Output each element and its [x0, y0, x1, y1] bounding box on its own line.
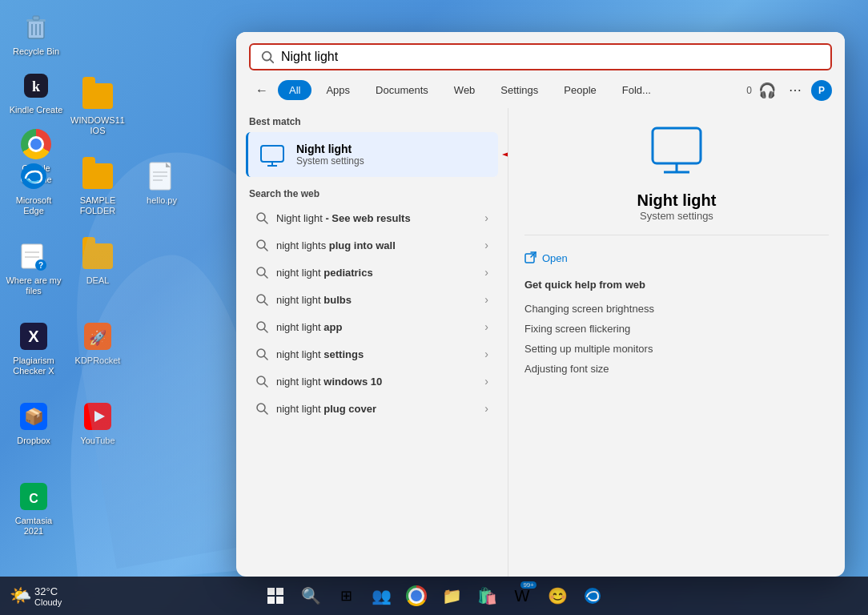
svg-rect-58 [276, 588, 283, 595]
svg-rect-21 [84, 323, 111, 350]
taskbar-edge-icon [583, 586, 602, 605]
desktop-icon-plagiarism[interactable]: X Plagiarism Checker X [2, 317, 66, 380]
taskbar-store-button[interactable]: 🛍️ [471, 580, 503, 612]
desktop-icon-kdprocket[interactable]: 🚀 KDPRocket [66, 317, 130, 369]
tab-settings[interactable]: Settings [489, 80, 549, 100]
taskbar-files-button[interactable]: 📁 [436, 580, 468, 612]
chrome-icon [20, 128, 52, 160]
best-match-title: Night light [296, 143, 488, 155]
svg-rect-59 [267, 597, 275, 604]
desktop-icon-deal[interactable]: DEAL [66, 237, 130, 289]
web-search-icon-1 [255, 239, 268, 251]
svg-rect-25 [84, 403, 111, 430]
best-match-item[interactable]: Night light System settings [246, 132, 498, 177]
tab-folders[interactable]: Fold... [611, 80, 662, 100]
desktop-icon-dropbox[interactable]: 📦 Dropbox [2, 397, 66, 449]
camtasia-label: Camtasia 2021 [5, 516, 62, 537]
edge-label: Microsoft Edge [5, 195, 62, 216]
web-result-text-3: night light bulbs [276, 294, 476, 306]
filter-back-button[interactable]: ← [249, 79, 275, 102]
help-link-1[interactable]: Fixing screen flickering [524, 319, 829, 339]
weather-temp: 32°C [34, 585, 62, 597]
desktop-icon-windows11-ios[interactable]: WINDOWS11 IOS [66, 77, 130, 139]
desktop: Recycle Bin k Kindle Create Google Chrom… [0, 0, 868, 615]
svg-rect-2 [33, 16, 39, 20]
right-panel: Night light System settings Open Get qui… [508, 108, 845, 577]
svg-line-41 [264, 275, 267, 278]
taskbar-search-button[interactable]: 🔍 [295, 580, 327, 612]
tab-all[interactable]: All [278, 80, 311, 100]
web-search-icon-7 [255, 402, 268, 415]
camtasia-icon: C [18, 480, 50, 512]
desktop-icon-edge[interactable]: Microsoft Edge [2, 157, 66, 219]
open-button[interactable]: Open [524, 247, 829, 269]
weather-info: 32°C Cloudy [34, 585, 62, 607]
tab-people[interactable]: People [553, 80, 607, 100]
desktop-icon-where-files[interactable]: ? Where are my files [2, 237, 66, 299]
edge-icon [18, 160, 50, 192]
kindle-create-label: Kindle Create [10, 105, 63, 115]
desktop-icon-kindle-create[interactable]: k Kindle Create [4, 66, 68, 119]
web-result-5[interactable]: night light settings › [246, 340, 498, 368]
web-result-3[interactable]: night light bulbs › [246, 286, 498, 313]
svg-line-51 [264, 411, 267, 414]
taskbar-taskview-button[interactable]: ⊞ [330, 580, 362, 612]
web-result-chevron-5: › [484, 348, 488, 360]
web-result-2[interactable]: night light pediatrics › [246, 259, 498, 286]
right-panel-subtitle: System settings [640, 210, 713, 222]
desktop-icon-youtube[interactable]: YouTube [66, 397, 130, 449]
help-link-0[interactable]: Changing screen brightness [524, 299, 829, 319]
hello-py-label: hello.py [147, 195, 177, 206]
more-options-button[interactable]: ⋯ [782, 78, 808, 102]
svg-text:C: C [29, 492, 38, 505]
svg-rect-9 [150, 163, 171, 190]
taskbar-windows-button[interactable] [259, 580, 291, 612]
web-result-0[interactable]: Night light - See web results › [246, 204, 498, 231]
web-result-7[interactable]: night light plug cover › [246, 395, 498, 422]
taskbar-chrome-button[interactable] [400, 580, 432, 612]
taskbar-word-icon: W [515, 587, 530, 605]
user-avatar[interactable]: P [811, 80, 832, 101]
svg-marker-26 [94, 411, 105, 422]
web-result-1[interactable]: night lights plug into wall › [246, 231, 498, 259]
weather-icon: 🌤️ [10, 585, 31, 606]
svg-line-47 [264, 356, 267, 360]
web-result-4[interactable]: night light app › [246, 313, 498, 340]
tab-documents[interactable]: Documents [364, 80, 440, 100]
taskbar-word-button[interactable]: W 99+ [506, 580, 538, 612]
desktop-icon-recycle-bin[interactable]: Recycle Bin [4, 8, 68, 60]
web-result-chevron-2: › [484, 266, 488, 279]
kdprocket-icon: 🚀 [82, 320, 114, 352]
desktop-icon-sample-folder[interactable]: SAMPLE FOLDER [66, 157, 130, 219]
help-link-2[interactable]: Setting up multiple monitors [524, 339, 829, 359]
search-bar [249, 43, 832, 70]
svg-rect-60 [276, 597, 283, 604]
web-result-text-0: Night light - See web results [276, 212, 476, 224]
taskbar-edge-button[interactable] [577, 580, 609, 612]
taskbar-teams-button[interactable]: 👥 [365, 580, 397, 612]
hello-py-icon [146, 160, 178, 192]
web-result-text-5: night light settings [276, 348, 476, 360]
help-link-3[interactable]: Adjusting font size [524, 359, 829, 379]
search-bar-container [236, 32, 845, 78]
search-input[interactable] [281, 50, 821, 64]
web-search-icon-2 [255, 266, 268, 279]
web-result-text-1: night lights plug into wall [276, 239, 476, 251]
quick-help-label: Get quick help from web [524, 279, 829, 291]
svg-line-43 [264, 302, 267, 305]
tab-web[interactable]: Web [443, 80, 487, 100]
web-result-6[interactable]: night light windows 10 › [246, 368, 498, 395]
web-result-text-2: night light pediatrics [276, 267, 476, 279]
taskbar-people-icon: 😊 [548, 586, 568, 605]
kdprocket-label: KDPRocket [75, 356, 121, 366]
dropbox-label: Dropbox [17, 436, 50, 446]
svg-text:🚀: 🚀 [89, 329, 107, 347]
svg-rect-57 [267, 588, 275, 595]
taskbar-people-button[interactable]: 😊 [541, 580, 573, 612]
svg-rect-52 [653, 128, 701, 163]
tab-apps[interactable]: Apps [315, 80, 361, 100]
desktop-icon-hello-py[interactable]: hello.py [130, 157, 194, 209]
taskbar: 🌤️ 32°C Cloudy 🔍 ⊞ 👥 [0, 577, 868, 615]
desktop-icon-camtasia[interactable]: C Camtasia 2021 [2, 477, 66, 540]
desktop-icons-container: Recycle Bin k Kindle Create Google Chrom… [0, 0, 72, 203]
